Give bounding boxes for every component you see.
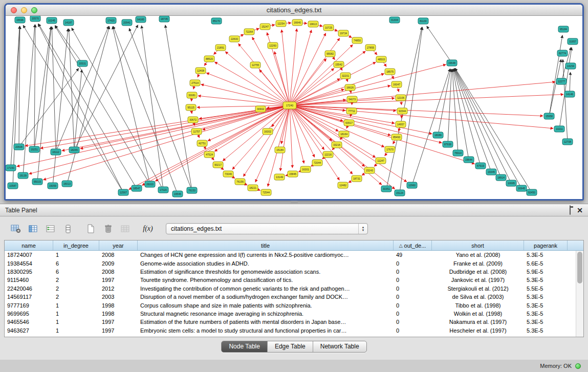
graph-node[interactable]: 26003 [145,181,155,187]
column-header-in-degree[interactable]: in_degree [53,240,99,250]
graph-node[interactable]: 72264 [244,29,254,35]
graph-node[interactable]: 31304 [389,17,400,23]
graph-node[interactable]: 32201 [340,73,351,79]
graph-node[interactable]: 12106 [396,95,406,101]
graph-node[interactable]: 19648 [447,60,457,66]
graph-node[interactable]: 20570 [30,16,40,21]
graph-node[interactable]: 18731 [352,176,362,182]
column-header-title[interactable]: title [138,240,394,250]
column-header-name[interactable]: name [5,240,53,250]
graph-node[interactable]: 19345 [486,169,496,175]
graph-node[interactable]: 18914 [496,174,506,181]
table-row[interactable]: 1872400712008Changes of HCN gene express… [5,251,583,259]
graph-node[interactable]: 19546 [172,191,183,197]
graph-node[interactable]: 27855 [365,45,376,51]
graph-node[interactable]: 67919 [475,163,486,169]
graph-node[interactable]: 16013 [62,181,72,187]
graph-node[interactable]: 15958 [544,113,554,119]
graph-edge[interactable] [113,26,178,194]
graph-node[interactable]: 88520 [204,56,214,62]
graph-node[interactable]: 94085 [136,16,146,23]
graph-node[interactable]: 16112 [51,149,61,155]
graph-edge[interactable] [290,105,324,150]
graph-node[interactable]: 18547 [132,185,142,191]
graph-node[interactable]: 10695 [506,180,516,186]
graph-edge[interactable] [23,25,35,176]
graph-node[interactable]: 81130 [418,18,428,24]
graph-node[interactable]: 14146 [564,91,575,97]
graph-edge[interactable] [208,105,290,141]
graph-edge[interactable] [549,35,562,116]
graph-edge[interactable] [62,105,290,151]
graph-node[interactable]: 12708 [562,139,573,145]
graph-node[interactable]: 12260 [268,42,278,49]
graph-node[interactable]: 16047 [391,81,402,87]
graph-edge[interactable] [34,27,51,149]
table-vertical-scrollbar[interactable] [576,251,583,337]
graph-node[interactable]: 18164 [339,131,349,137]
graph-node[interactable]: 76156 [235,179,245,185]
graph-edge[interactable] [290,94,563,105]
graph-node[interactable]: 17420 [106,17,116,24]
network-canvas[interactable]: 1724021891885201240827514300819511530672… [6,16,582,199]
graph-node[interactable]: 18086 [433,132,443,138]
close-panel-button[interactable]: ✕ [577,207,583,214]
table-row[interactable]: 977716911998Corpus callosum shape and si… [5,301,583,309]
graph-node[interactable]: 12960 [407,182,417,188]
network-window-titlebar[interactable]: citations_edges.txt [6,5,582,16]
graph-edge[interactable] [280,105,290,171]
table-row[interactable]: 911546021997Tourette syndrome. Phenomeno… [5,276,583,284]
graph-node[interactable]: 10725 [323,25,334,31]
graph-node[interactable]: 87938 [443,141,453,147]
graph-node[interactable]: 19251 [29,146,39,152]
graph-edge[interactable] [290,105,475,164]
graph-node[interactable]: 42751 [197,140,207,146]
graph-node[interactable]: 15184 [275,147,285,153]
graph-edge[interactable] [290,30,312,105]
graph-node[interactable]: 30081 [187,92,197,98]
graph-edge[interactable] [281,30,290,105]
row-height-button[interactable] [60,222,76,235]
graph-node[interactable]: 74850 [352,37,362,43]
graph-edge[interactable] [214,105,290,151]
graph-node[interactable]: 92450 [527,189,537,195]
graph-node[interactable]: 15247 [260,24,270,30]
graph-node[interactable]: 19644 [464,157,474,163]
tab-edge-table[interactable]: Edge Table [268,341,313,352]
graph-node[interactable]: 27514 [190,80,200,86]
import-table-button[interactable] [118,222,133,235]
graph-edge[interactable] [203,105,290,130]
table-row[interactable]: 1830029562008Estimation of significance … [5,268,583,276]
graph-edge[interactable] [25,105,290,146]
select-rows-button[interactable] [43,222,58,235]
graph-node[interactable]: 15845 [288,171,298,177]
graph-node[interactable]: 72044 [312,160,322,166]
graph-edge[interactable] [19,69,79,147]
graph-node[interactable]: 48503 [376,56,386,62]
graph-node[interactable]: 15243 [364,167,375,173]
graph-node[interactable]: 18575 [385,69,395,75]
graph-node[interactable]: 91544 [397,108,407,114]
graph-edge[interactable] [290,38,340,105]
graph-node[interactable]: 12567 [118,189,128,195]
new-column-button[interactable] [83,222,98,235]
panel-resize-handle[interactable] [291,201,298,203]
table-row[interactable]: 2242004622012Investigating the contribut… [5,285,583,293]
graph-node[interactable]: 76914 [453,150,463,156]
graph-edge[interactable] [206,73,290,105]
graph-edge[interactable] [244,105,290,177]
graph-edge[interactable] [74,25,138,150]
graph-node[interactable]: 95115 [186,104,196,111]
graph-node[interactable]: 12755 [250,62,260,68]
graph-node[interactable]: 12216 [323,151,333,158]
graph-edge[interactable] [225,52,290,105]
graph-node[interactable]: 19613 [308,21,318,27]
table-row[interactable]: 1456911722003Disruption of a novel membe… [5,293,583,301]
graph-node[interactable]: 76153 [187,187,197,193]
graph-edge[interactable] [290,64,446,105]
graph-node[interactable]: 63917 [344,120,354,126]
graph-node[interactable]: 19059 [48,183,58,189]
graph-node[interactable]: 33216 [332,142,342,148]
graph-edge[interactable] [255,105,290,182]
graph-node[interactable]: 16696 [15,17,25,23]
